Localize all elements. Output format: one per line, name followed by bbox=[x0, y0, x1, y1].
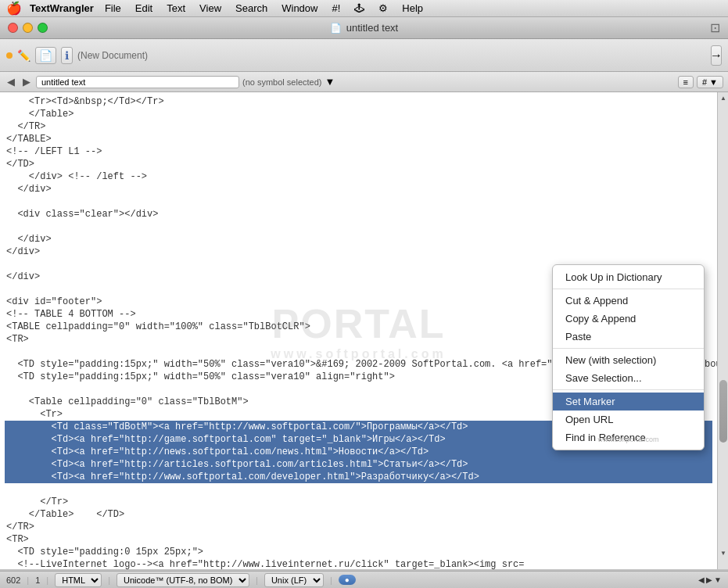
context-menu-item[interactable]: Find in Reference bbox=[553, 428, 704, 446]
selection-info: (no symbol selected) bbox=[242, 77, 322, 87]
vertical-scrollbar[interactable]: ▲ ▼ bbox=[717, 92, 728, 569]
toolbar: ✏️ 📄 ℹ (New Document) → bbox=[0, 39, 728, 72]
code-line[interactable]: </TABLE> bbox=[5, 133, 712, 145]
context-menu-item[interactable]: Save Selection... bbox=[553, 369, 704, 387]
menu-separator bbox=[553, 389, 704, 390]
titlebar: 📄 untitled text ⊡ bbox=[0, 17, 728, 39]
menu-gear[interactable]: ⚙ bbox=[372, 2, 394, 15]
code-line[interactable]: <TR> bbox=[5, 533, 712, 546]
code-line[interactable]: </TR> bbox=[5, 521, 712, 533]
code-line[interactable]: </div> bbox=[5, 183, 712, 195]
context-menu: Look Up in DictionaryCut & AppendCopy & … bbox=[552, 264, 705, 450]
code-line[interactable]: </TD> bbox=[5, 158, 712, 170]
code-line[interactable]: </div> bbox=[5, 233, 712, 246]
app-name[interactable]: TextWrangler bbox=[30, 2, 94, 14]
code-line[interactable]: </Table> </TD> bbox=[5, 508, 712, 521]
menu-edit[interactable]: Edit bbox=[129, 2, 159, 15]
statusbar: 602 | 1 | HTML | Unicode™ (UTF-8, no BOM… bbox=[0, 571, 728, 588]
code-line[interactable]: <!--LiveInternet logo--><a href="http://… bbox=[5, 558, 712, 569]
status-col: 1 bbox=[35, 575, 40, 585]
modified-indicator bbox=[6, 52, 13, 59]
encoding-selector[interactable]: Unicode™ (UTF-8, no BOM) bbox=[117, 573, 249, 587]
code-line[interactable] bbox=[5, 195, 712, 208]
nav-next[interactable]: ▶ bbox=[706, 575, 712, 584]
context-menu-item[interactable]: Look Up in Dictionary bbox=[553, 268, 704, 286]
menu-view[interactable]: View bbox=[193, 2, 228, 15]
menu-text[interactable]: Text bbox=[160, 2, 192, 15]
hash-button[interactable]: # ▼ bbox=[697, 76, 723, 88]
code-line[interactable]: <TD style="padding:0 15px 25px;"> bbox=[5, 546, 712, 558]
scroll-up-arrow[interactable]: ▲ bbox=[718, 92, 728, 103]
secondary-toolbar: ◀ ▶ untitled text (no symbol selected) ▼… bbox=[0, 72, 728, 92]
menubar: 🍎 TextWrangler File Edit Text View Searc… bbox=[0, 0, 728, 17]
dropdown-arrow[interactable]: ▼ bbox=[325, 76, 335, 88]
doc-type-button[interactable]: 📄 bbox=[35, 47, 56, 64]
context-menu-item[interactable]: Paste bbox=[553, 328, 704, 346]
code-line[interactable]: <Td><a href="http://articles.softportal.… bbox=[5, 458, 712, 471]
context-menu-item[interactable]: Cut & Append bbox=[553, 292, 704, 310]
code-line[interactable]: </Tr> bbox=[5, 496, 712, 508]
view-button[interactable]: ≡ bbox=[678, 76, 694, 88]
menu-plugin[interactable]: 🕹 bbox=[348, 2, 371, 15]
toolbar-action-button[interactable]: → bbox=[711, 45, 722, 66]
nav-prev[interactable]: ◀ bbox=[698, 575, 705, 584]
code-line[interactable] bbox=[5, 483, 712, 496]
nav-back[interactable]: ◀ bbox=[5, 76, 17, 88]
menu-hash[interactable]: #! bbox=[325, 2, 346, 15]
code-line[interactable]: <div class="clear"></div> bbox=[5, 208, 712, 220]
code-line[interactable]: <Td><a href="http://www.softportal.com/d… bbox=[5, 471, 712, 483]
code-line[interactable]: </div> <!-- /left --> bbox=[5, 170, 712, 183]
scroll-down-arrow[interactable]: ▼ bbox=[718, 547, 728, 558]
info-button[interactable]: ℹ bbox=[61, 47, 73, 64]
doc-label: (New Document) bbox=[77, 50, 148, 61]
code-line[interactable]: <Tr><Td>&nbsp;</Td></Tr> bbox=[5, 95, 712, 108]
toolbar-right: ≡ # ▼ bbox=[678, 76, 723, 88]
menu-help[interactable]: Help bbox=[396, 2, 429, 15]
editor-container: PORTAL www.softportal.com <Tr><Td>&nbsp;… bbox=[0, 92, 728, 569]
close-button[interactable] bbox=[8, 23, 18, 33]
status-line: 602 bbox=[6, 575, 20, 585]
context-menu-item[interactable]: Set Marker bbox=[553, 393, 704, 411]
edit-icon: ✏️ bbox=[17, 49, 30, 62]
window-title: untitled text bbox=[346, 22, 399, 34]
line-endings-selector[interactable]: Unix (LF) bbox=[264, 573, 324, 587]
menu-separator bbox=[553, 348, 704, 349]
context-menu-item[interactable]: New (with selection) bbox=[553, 351, 704, 369]
window-controls bbox=[8, 23, 48, 33]
code-line[interactable]: </TR> bbox=[5, 120, 712, 133]
scrollbar-thumb[interactable] bbox=[719, 380, 727, 443]
code-line[interactable]: <!-- /LEFT L1 --> bbox=[5, 145, 712, 158]
status-pill: ● bbox=[339, 575, 356, 585]
filename-display: untitled text bbox=[36, 76, 239, 88]
context-menu-item[interactable]: Open URL bbox=[553, 411, 704, 428]
context-menu-item[interactable]: Copy & Append bbox=[553, 310, 704, 328]
menu-separator bbox=[553, 289, 704, 289]
menu-search[interactable]: Search bbox=[229, 2, 274, 15]
expand-button[interactable]: ⊡ bbox=[710, 20, 720, 35]
menu-window[interactable]: Window bbox=[275, 2, 324, 15]
nav-menu[interactable]: ▼ bbox=[714, 575, 722, 584]
maximize-button[interactable] bbox=[38, 23, 48, 33]
apple-menu[interactable]: 🍎 bbox=[6, 1, 22, 16]
code-line[interactable]: </Table> bbox=[5, 108, 712, 120]
status-nav: ◀ ▶ ▼ bbox=[698, 575, 722, 584]
titlebar-title: 📄 untitled text bbox=[330, 22, 399, 34]
menu-file[interactable]: File bbox=[99, 2, 127, 15]
minimize-button[interactable] bbox=[23, 23, 33, 33]
nav-forward[interactable]: ▶ bbox=[20, 76, 33, 88]
file-icon: 📄 bbox=[330, 23, 342, 34]
code-line[interactable] bbox=[5, 220, 712, 233]
syntax-selector[interactable]: HTML bbox=[55, 573, 102, 587]
code-line[interactable]: </div> bbox=[5, 246, 712, 258]
